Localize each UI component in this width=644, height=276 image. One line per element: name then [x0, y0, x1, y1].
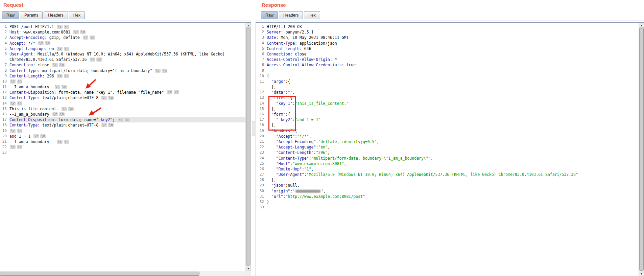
- scroll-down-icon[interactable]: ▼: [639, 271, 644, 276]
- code-line: 31 "url":"http://www.example.com:8081/po…: [257, 194, 639, 199]
- code-text: \r\n: [9, 101, 245, 106]
- crlf-badge: \r: [55, 85, 60, 89]
- line-number: 16: [257, 112, 264, 117]
- line-number: 18: [257, 122, 264, 128]
- response-code: 1HTTP/1.1 200 OK2Server: panyun/2.5.13Da…: [257, 24, 639, 210]
- code-line: 20 "Accept":"*/*",: [257, 134, 639, 139]
- line-number: 15: [0, 106, 7, 112]
- crlf-badge: \r: [155, 69, 161, 73]
- code-text: Content-Type: application/json: [267, 41, 639, 46]
- code-text: "Host":"www.example.com:8081",: [267, 161, 639, 166]
- code-text: },: [267, 122, 639, 128]
- tab-headers[interactable]: Headers: [44, 11, 68, 19]
- line-number: 23: [257, 150, 264, 155]
- request-editor[interactable]: 1POST /post HTTP/1.1 \r\n2Host: www.exam…: [0, 23, 251, 276]
- scroll-down-icon[interactable]: ▼: [246, 266, 251, 271]
- code-line: 9: [257, 68, 639, 73]
- code-text: "Route-Hop":"1",: [267, 166, 639, 172]
- code-line: 8Content-Type: multipart/form-data; boun…: [0, 68, 245, 73]
- line-number: 6: [257, 51, 264, 57]
- scroll-up-icon[interactable]: ▲: [246, 23, 251, 28]
- crlf-badge: \n: [17, 129, 22, 133]
- red-highlight-box-annotation: [268, 96, 296, 131]
- crlf-badge: \r: [10, 79, 16, 84]
- code-line: 12Content-Disposition: form-data; name="…: [0, 90, 245, 95]
- crlf-badge: \n: [64, 47, 69, 51]
- line-number: 16: [0, 112, 7, 117]
- code-text: "files":{: [267, 95, 639, 100]
- red-arrow-key1-annotation: [85, 78, 97, 89]
- code-line: 11 "args":{: [257, 79, 639, 84]
- code-text: "headers":{: [267, 128, 639, 134]
- code-text: },: [267, 106, 639, 112]
- response-editor[interactable]: 1HTTP/1.1 200 OK2Server: panyun/2.5.13Da…: [256, 23, 644, 276]
- code-line: 19\r\n: [0, 128, 245, 134]
- code-text: \r\n: [9, 144, 245, 150]
- code-text: Access-Control-Allow-Origin: *: [267, 57, 639, 62]
- response-vscroll-thumb[interactable]: [639, 28, 644, 271]
- code-line: 21--I_am_a_boundary-- \r\n: [0, 139, 245, 144]
- code-line: 12 "data":"",: [257, 90, 639, 95]
- code-line: 29 "json":null,: [257, 183, 639, 188]
- code-text: [267, 68, 639, 73]
- code-line: 3Accept-Encoding: gzip, deflate \r\n: [0, 35, 245, 40]
- crlf-badge: \r: [57, 140, 62, 144]
- request-vertical-scrollbar[interactable]: ▲ ▼: [245, 23, 251, 271]
- request-horizontal-scrollbar[interactable]: [0, 271, 246, 276]
- code-text: "url":"http://www.example.com:8081/post": [267, 194, 639, 199]
- request-vscroll-thumb[interactable]: [246, 28, 251, 266]
- code-line: 19 "headers":{: [257, 128, 639, 134]
- tab-headers[interactable]: Headers: [279, 11, 303, 19]
- code-text: Connection: close \r\n: [9, 62, 245, 68]
- request-hscroll-thumb[interactable]: [0, 272, 199, 276]
- line-number: 14: [0, 101, 7, 106]
- line-number: 11: [0, 84, 7, 90]
- code-line: 6User-Agent: Mozilla/5.0 (Windows NT 10.…: [0, 51, 245, 57]
- crlf-badge: \n: [174, 90, 179, 94]
- tab-hex[interactable]: Hex: [69, 11, 85, 19]
- line-number: [0, 57, 7, 62]
- request-panel: Request RawParamsHeadersHex 1POST /post …: [0, 0, 251, 276]
- code-text: --I_am_a_boundary \r\n: [9, 84, 245, 90]
- request-tabs: RawParamsHeadersHex: [2, 11, 86, 19]
- code-line: 4Accept: */* \r\n: [0, 41, 245, 46]
- code-text: Server: panyun/2.5.1: [267, 29, 639, 35]
- code-text: Chrome/83.0.4103.61 Safari/537.36 \r\n: [9, 57, 245, 62]
- code-line: 22 "Accept-Language":"en",: [257, 144, 639, 150]
- splitter-grip[interactable]: [252, 121, 255, 136]
- code-text: Content-Disposition: form-data; name=" k…: [9, 117, 245, 122]
- line-number: 22: [0, 144, 7, 150]
- code-line: 14\r\n: [0, 101, 245, 106]
- line-number: 23: [0, 150, 7, 155]
- panel-splitter[interactable]: [251, 23, 256, 276]
- code-line: 23 "Content-Length":"296",: [257, 150, 639, 155]
- scroll-up-icon[interactable]: ▲: [639, 23, 644, 28]
- code-text: Accept: */* \r\n: [9, 41, 245, 46]
- code-text: "Accept-Encoding":"deflate, identity;q=0…: [267, 139, 639, 144]
- tab-params[interactable]: Params: [20, 11, 43, 19]
- code-text: Content-Length: 646: [267, 46, 639, 51]
- code-text: Accept-Language: en \r\n: [9, 46, 245, 51]
- crlf-badge: \r: [38, 41, 44, 45]
- crlf-badge: \r: [90, 58, 95, 62]
- response-vertical-scrollbar[interactable]: ▲ ▼: [639, 23, 644, 276]
- code-text: This_is_file_content. \r\n: [9, 106, 245, 112]
- code-line: 25 "Host":"www.example.com:8081",: [257, 161, 639, 166]
- code-line: 6Connection: close: [257, 51, 639, 57]
- code-line: 15This_is_file_content. \r\n: [0, 106, 245, 112]
- tab-raw[interactable]: Raw: [2, 11, 19, 19]
- code-line: 7Access-Control-Allow-Origin: *: [257, 57, 639, 62]
- code-text: "Content-Type":"multipart/form-data; bou…: [267, 156, 639, 161]
- code-text: "data":"",: [267, 90, 639, 95]
- code-text: "key 1":"This_is_file_content.": [267, 101, 639, 106]
- redacted-value: [295, 190, 320, 193]
- tab-hex[interactable]: Hex: [304, 11, 320, 19]
- code-text: "Accept":"*/*",: [267, 134, 639, 139]
- code-line: 10\r\n: [0, 79, 245, 84]
- crlf-badge: \r: [73, 30, 79, 34]
- tab-raw[interactable]: Raw: [261, 11, 278, 19]
- line-number: 20: [0, 134, 7, 139]
- crlf-badge: \n: [59, 63, 65, 67]
- code-text: " key2":"and 1 = 1": [267, 117, 639, 122]
- code-line: 13 "files":{: [257, 95, 639, 100]
